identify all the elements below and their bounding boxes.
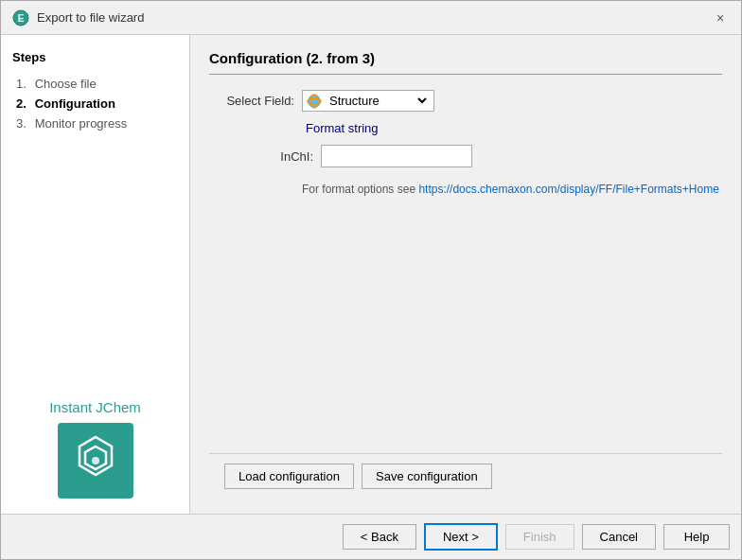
brand-logo (58, 423, 133, 499)
cancel-button[interactable]: Cancel (582, 524, 656, 550)
select-field-row: Select Field: Structure (209, 90, 722, 112)
config-buttons: Load configuration Save configuration (209, 453, 722, 499)
select-field-label: Select Field: (209, 94, 294, 108)
close-button[interactable]: × (711, 9, 730, 27)
dialog-window: E Export to file wizard × Steps 1. Choos… (0, 0, 742, 560)
brand-name: Instant JChem (12, 399, 178, 415)
steps-header: Steps (12, 50, 178, 64)
content-header: Configuration (2. from 3) (209, 50, 722, 75)
structure-icon (307, 94, 322, 109)
svg-point-5 (308, 95, 321, 108)
step-1-label: Choose file (35, 77, 97, 91)
inchi-label: InChI: (266, 149, 313, 164)
form-section: Select Field: Structure (209, 90, 722, 196)
step-2: 2. Configuration (12, 94, 178, 114)
step-3: 3. Monitor progress (12, 114, 178, 133)
inchi-row: InChI: (209, 145, 722, 167)
steps-panel: Steps 1. Choose file 2. Configuration 3.… (12, 50, 178, 133)
step-3-label: Monitor progress (35, 116, 128, 131)
format-string-section: Format string (209, 121, 722, 135)
format-docs-link[interactable]: https://docs.chemaxon.com/display/FF/Fil… (418, 183, 718, 196)
help-button[interactable]: Help (663, 524, 730, 550)
format-link-row: For format options see https://docs.chem… (209, 183, 722, 196)
dialog-title: Export to file wizard (37, 10, 144, 25)
brand-section: Instant JChem (12, 399, 178, 499)
wizard-icon: E (12, 9, 29, 26)
step-1: 1. Choose file (12, 74, 178, 94)
save-configuration-button[interactable]: Save configuration (362, 464, 492, 489)
footer-buttons: < Back Next > Finish Cancel Help (1, 514, 741, 559)
select-field-dropdown[interactable]: Structure (326, 93, 430, 109)
step-2-label: Configuration (35, 96, 115, 111)
title-bar-left: E Export to file wizard (12, 9, 144, 26)
hex-logo-icon (67, 432, 124, 489)
finish-button[interactable]: Finish (505, 524, 574, 550)
inchi-input[interactable] (321, 145, 472, 167)
next-button[interactable]: Next > (424, 523, 498, 551)
format-link-prefix: For format options see (302, 183, 418, 196)
back-button[interactable]: < Back (343, 524, 416, 550)
steps-list: 1. Choose file 2. Configuration 3. Monit… (12, 74, 178, 133)
main-content: Steps 1. Choose file 2. Configuration 3.… (1, 35, 741, 514)
content-area: Configuration (2. from 3) Select Field: … (190, 35, 741, 514)
load-configuration-button[interactable]: Load configuration (224, 464, 354, 489)
title-bar: E Export to file wizard × (1, 1, 741, 35)
sidebar: Steps 1. Choose file 2. Configuration 3.… (1, 35, 190, 514)
svg-point-4 (92, 457, 99, 464)
select-field-container[interactable]: Structure (302, 90, 434, 112)
format-string-label: Format string (302, 121, 379, 135)
svg-text:E: E (18, 13, 25, 24)
